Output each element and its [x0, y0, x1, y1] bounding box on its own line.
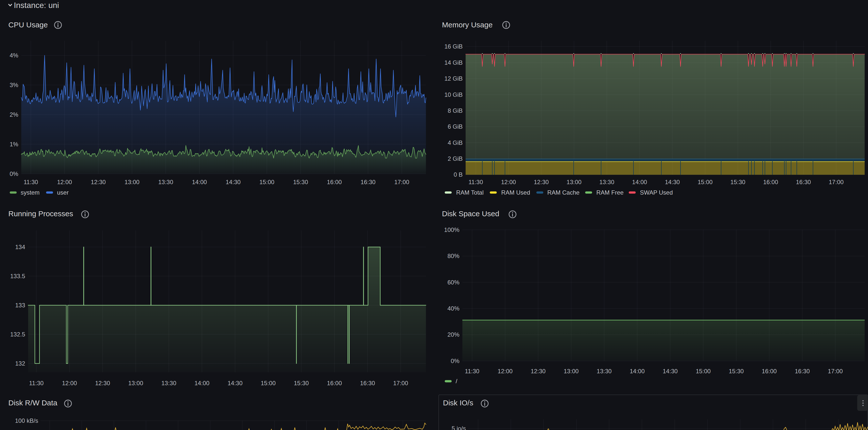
- svg-text:0%: 0%: [10, 170, 19, 177]
- svg-text:16:30: 16:30: [361, 179, 375, 186]
- svg-text:60%: 60%: [447, 279, 459, 286]
- svg-text:Disk IO/s: Disk IO/s: [443, 399, 473, 407]
- svg-text:2%: 2%: [10, 111, 19, 118]
- svg-text:13:00: 13:00: [566, 179, 581, 186]
- svg-text:100%: 100%: [444, 226, 459, 233]
- svg-text:Memory Usage: Memory Usage: [442, 21, 493, 29]
- svg-text:17:00: 17:00: [395, 179, 409, 186]
- svg-text:12 GiB: 12 GiB: [444, 75, 463, 82]
- svg-text:13:00: 13:00: [128, 380, 143, 387]
- svg-text:12:00: 12:00: [62, 380, 77, 387]
- svg-text:15:30: 15:30: [293, 179, 308, 186]
- svg-text:system: system: [21, 189, 39, 196]
- svg-text:14:30: 14:30: [225, 179, 241, 186]
- svg-text:4%: 4%: [10, 52, 19, 59]
- svg-text:16:30: 16:30: [795, 368, 810, 374]
- svg-text:Instance: uni: Instance: uni: [14, 1, 59, 10]
- svg-text:134: 134: [15, 243, 25, 250]
- svg-text:/: /: [456, 378, 457, 385]
- svg-text:0 B: 0 B: [454, 171, 463, 178]
- svg-text:15:30: 15:30: [294, 380, 309, 387]
- svg-text:14:30: 14:30: [227, 380, 243, 387]
- svg-text:14:30: 14:30: [663, 368, 678, 374]
- svg-text:13:30: 13:30: [599, 179, 614, 186]
- svg-text:13:30: 13:30: [161, 380, 176, 387]
- svg-text:11:30: 11:30: [24, 179, 38, 186]
- svg-text:RAM Total: RAM Total: [456, 189, 484, 196]
- svg-text:16:00: 16:00: [327, 179, 342, 186]
- svg-text:14 GiB: 14 GiB: [444, 59, 463, 66]
- svg-text:1%: 1%: [10, 141, 19, 147]
- svg-text:RAM Used: RAM Used: [501, 189, 530, 196]
- svg-text:80%: 80%: [447, 253, 459, 259]
- svg-text:20%: 20%: [447, 331, 459, 338]
- svg-text:12:30: 12:30: [91, 179, 106, 186]
- svg-text:13:00: 13:00: [564, 368, 579, 374]
- svg-text:4 GiB: 4 GiB: [448, 139, 463, 146]
- svg-text:14:00: 14:00: [632, 179, 647, 186]
- svg-text:12:00: 12:00: [501, 179, 516, 186]
- svg-text:12:30: 12:30: [531, 368, 546, 374]
- svg-text:133: 133: [15, 302, 25, 308]
- svg-text:12:30: 12:30: [534, 179, 549, 186]
- svg-text:16:30: 16:30: [796, 179, 811, 186]
- svg-text:user: user: [57, 189, 69, 196]
- svg-text:132: 132: [15, 360, 25, 367]
- svg-text:RAM Free: RAM Free: [596, 189, 623, 196]
- svg-text:16:00: 16:00: [762, 368, 777, 374]
- svg-text:Disk Space Used: Disk Space Used: [442, 209, 499, 218]
- svg-text:13:00: 13:00: [124, 179, 140, 186]
- svg-text:8 GiB: 8 GiB: [448, 107, 463, 114]
- svg-text:15:00: 15:00: [261, 380, 276, 387]
- svg-text:11:30: 11:30: [468, 179, 483, 186]
- svg-text:100 kB/s: 100 kB/s: [15, 417, 38, 424]
- svg-text:5 io/s: 5 io/s: [452, 425, 466, 430]
- svg-text:10 GiB: 10 GiB: [444, 91, 463, 98]
- svg-text:13:30: 13:30: [158, 179, 173, 186]
- svg-text:11:30: 11:30: [465, 368, 479, 374]
- svg-text:40%: 40%: [447, 305, 459, 312]
- svg-text:15:30: 15:30: [729, 368, 744, 374]
- svg-text:12:30: 12:30: [95, 380, 110, 387]
- svg-text:12:00: 12:00: [498, 368, 513, 374]
- svg-text:0%: 0%: [451, 358, 459, 364]
- svg-text:14:30: 14:30: [665, 179, 680, 186]
- svg-text:3%: 3%: [10, 81, 19, 88]
- svg-text:Running Processes: Running Processes: [8, 209, 73, 218]
- svg-text:17:00: 17:00: [829, 179, 844, 186]
- svg-text:13:30: 13:30: [597, 368, 612, 374]
- svg-text:17:00: 17:00: [828, 368, 843, 374]
- svg-text:2 GiB: 2 GiB: [448, 155, 463, 162]
- svg-text:6 GiB: 6 GiB: [448, 123, 463, 130]
- svg-text:RAM Cache: RAM Cache: [547, 189, 580, 196]
- svg-text:16:30: 16:30: [360, 380, 375, 387]
- svg-text:15:00: 15:00: [698, 179, 713, 186]
- svg-text:11:30: 11:30: [29, 380, 43, 387]
- svg-text:132.5: 132.5: [10, 331, 25, 338]
- svg-text:16:00: 16:00: [763, 179, 778, 186]
- svg-text:15:00: 15:00: [696, 368, 711, 374]
- svg-text:14:00: 14:00: [194, 380, 209, 387]
- svg-text:CPU Usage: CPU Usage: [8, 21, 48, 29]
- svg-text:16:00: 16:00: [327, 380, 342, 387]
- svg-text:14:00: 14:00: [192, 179, 207, 186]
- svg-text:15:30: 15:30: [730, 179, 745, 186]
- svg-text:133.5: 133.5: [10, 273, 25, 279]
- svg-text:16 GiB: 16 GiB: [444, 43, 463, 50]
- svg-text:17:00: 17:00: [393, 380, 408, 387]
- svg-text:15:00: 15:00: [259, 179, 274, 186]
- svg-text:SWAP Used: SWAP Used: [640, 189, 673, 196]
- svg-text:12:00: 12:00: [57, 179, 72, 186]
- svg-text:14:00: 14:00: [630, 368, 645, 374]
- svg-text:Disk R/W Data: Disk R/W Data: [8, 399, 58, 407]
